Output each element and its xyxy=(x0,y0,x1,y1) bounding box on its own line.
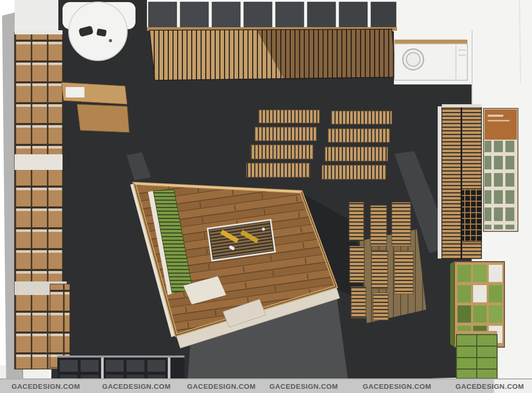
bottom-bar-edge xyxy=(0,378,532,379)
pallet-table xyxy=(259,110,319,123)
poster-header xyxy=(485,109,517,140)
cabinet-box xyxy=(59,360,78,372)
window-pane xyxy=(371,2,396,27)
right-slatted-shelf xyxy=(438,104,481,259)
window-pane xyxy=(276,2,304,27)
shelf-cell xyxy=(457,305,471,323)
window-pane xyxy=(212,2,240,27)
shelf-side-edge xyxy=(438,106,442,259)
window-pane xyxy=(244,2,272,27)
ac-unit xyxy=(394,40,467,80)
spot-light xyxy=(109,39,112,42)
window-pane xyxy=(307,2,336,27)
pallet-table xyxy=(325,147,388,161)
watermark: GACEDESIGN.COM xyxy=(187,383,256,390)
pallet-table xyxy=(328,129,390,142)
desk-lower xyxy=(77,104,129,132)
poster-text-line xyxy=(488,120,510,121)
shelf-cell xyxy=(489,305,502,323)
wall-poster xyxy=(484,108,518,231)
window-row xyxy=(147,2,397,31)
shelf-top-edge xyxy=(442,104,481,107)
slatted-bench xyxy=(349,202,364,241)
pallet-table xyxy=(246,163,310,177)
cabinet-box xyxy=(80,360,99,372)
watermark: GACEDESIGN.COM xyxy=(102,383,171,390)
left-wall-bookshelf xyxy=(15,30,70,369)
pallet-table xyxy=(251,145,313,159)
shelf-cell xyxy=(473,265,487,282)
shelf-cell xyxy=(489,265,502,282)
render-viewport: GACEDESIGN.COM GACEDESIGN.COM GACEDESIGN… xyxy=(0,0,532,393)
shelf-cell xyxy=(473,285,487,302)
watermark: GACEDESIGN.COM xyxy=(269,383,338,390)
pallet-table xyxy=(322,165,386,179)
window-pane xyxy=(180,2,208,27)
slatted-bench xyxy=(350,246,364,283)
pallet-table xyxy=(331,111,392,124)
slatted-bench xyxy=(392,202,411,246)
watermark: GACEDESIGN.COM xyxy=(455,383,524,390)
left-shelf-top-surface xyxy=(15,0,58,33)
slatted-bench xyxy=(394,251,413,294)
cabinet-box xyxy=(105,360,124,372)
watermark: GACEDESIGN.COM xyxy=(11,383,80,390)
pallet-table xyxy=(255,127,316,141)
slatted-bench xyxy=(372,250,388,289)
desk-paper xyxy=(66,87,84,97)
cabinet-box xyxy=(147,360,166,372)
shelf-cell xyxy=(489,285,502,302)
shelf-cell xyxy=(473,305,487,323)
watermark: GACEDESIGN.COM xyxy=(363,383,431,390)
window-pane xyxy=(149,2,177,27)
poster-text-line xyxy=(488,115,503,117)
slatted-bench xyxy=(373,293,388,320)
shelf-lattice-section xyxy=(462,189,481,242)
slatted-bench xyxy=(370,205,387,246)
shelf-cell xyxy=(457,265,471,282)
green-cabinet xyxy=(456,331,497,378)
shelf-top-edge xyxy=(15,30,63,34)
interior-render: GACEDESIGN.COM GACEDESIGN.COM GACEDESIGN… xyxy=(0,0,532,393)
poster-image-grid xyxy=(485,141,517,229)
shelf-cell xyxy=(457,285,471,302)
cabinet-box xyxy=(126,360,145,372)
shelf-white-counter xyxy=(15,154,63,170)
bookshelf-extension xyxy=(50,284,70,367)
slatted-bench xyxy=(351,287,366,318)
slatted-ceiling-panel xyxy=(150,29,396,80)
watermark-bar: GACEDESIGN.COM GACEDESIGN.COM GACEDESIGN… xyxy=(0,378,532,393)
green-shelf-side xyxy=(450,262,454,347)
window-pane xyxy=(339,2,367,27)
